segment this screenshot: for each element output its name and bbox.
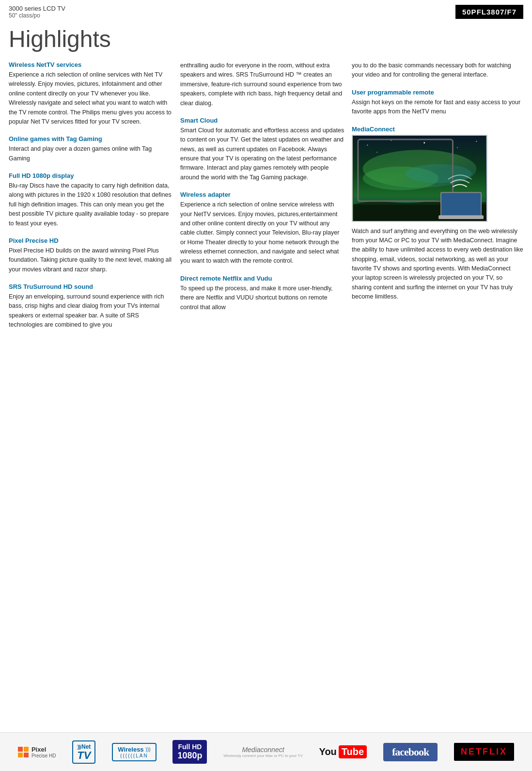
wireless-text-label: Wireless: [118, 746, 143, 753]
section-online-games: Online games with Tag Gaming Interact an…: [9, 135, 173, 163]
pixel-sq-1: [18, 747, 23, 752]
section-body-direct-remote: To speed up the process, and make it mor…: [180, 284, 345, 312]
section-srs: SRS TruSurround HD sound Enjoy an envelo…: [9, 283, 173, 330]
facebook-logo: facebook: [383, 743, 438, 761]
section-full-hd: Full HD 1080p display Blu-ray Discs have…: [9, 172, 173, 228]
section-title-online-games: Online games with Tag Gaming: [9, 135, 173, 142]
nettv-logo: )))) Net TV: [72, 740, 95, 764]
header-left: 3000 series LCD TV 50" class/po: [9, 5, 65, 19]
section-pixel-precise: Pixel Precise HD Pixel Precise HD builds…: [9, 237, 173, 274]
svg-point-6: [423, 142, 425, 143]
section-title-user-programmable: User programmable remote: [352, 89, 523, 96]
svg-rect-12: [441, 192, 481, 216]
column-2: enthralling audio for everyone in the ro…: [180, 61, 352, 339]
pixel-precise-hd-logo: Pixel Precise HD: [18, 746, 56, 758]
pixel-sq-3: [18, 753, 23, 757]
svg-point-9: [376, 152, 377, 153]
pixel-sq-2: [24, 747, 29, 752]
youtube-logo: You Tube: [319, 745, 367, 758]
column-3: you to do the basic commands necessary b…: [352, 61, 523, 339]
netflix-label: NETFLIX: [454, 743, 514, 761]
pixel-text-group: Pixel Precise HD: [31, 746, 56, 758]
series-size: 50" class/po: [9, 12, 65, 19]
section-title-srs: SRS TruSurround HD sound: [9, 283, 173, 290]
footer-logos: Pixel Precise HD )))) Net TV Wireless ))…: [0, 732, 532, 771]
pixel-squares-icon: [18, 747, 29, 757]
column-1: Wireless NetTV services Experience a ric…: [9, 61, 180, 339]
section-title-wireless-nettv: Wireless NetTV services: [9, 61, 173, 68]
tube-label: Tube: [339, 745, 367, 758]
series-title: 3000 series LCD TV: [9, 5, 65, 12]
pixel-logo-group: Pixel Precise HD: [18, 746, 56, 758]
pixel-sq-4: [24, 753, 29, 757]
section-body-online-games: Interact and play over a dozen games onl…: [9, 144, 173, 163]
section-body-mediaconnect: Watch and surf anything and everything o…: [352, 227, 523, 302]
section-body-user-programmable: Assign hot keys on the remote for fast a…: [352, 98, 523, 117]
pixel-label: Pixel: [31, 746, 56, 753]
section-user-programmable: User programmable remote Assign hot keys…: [352, 89, 523, 117]
precise-hd-label: Precise HD: [31, 753, 56, 758]
section-srs-continued: enthralling audio for everyone in the ro…: [180, 61, 345, 108]
page-header: 3000 series LCD TV 50" class/po 50PFL380…: [0, 0, 532, 21]
section-body-srs: Enjoy an enveloping, surround sound expe…: [9, 292, 173, 330]
section-title-pixel-precise: Pixel Precise HD: [9, 237, 173, 244]
mediaconnect-footer-logo: Mediaconnect Wirelessly connect your Mac…: [223, 746, 302, 758]
svg-rect-13: [438, 215, 484, 219]
section-title-full-hd: Full HD 1080p display: [9, 172, 173, 179]
mediaconnect-sub-label: Wirelessly connect your Mac or PC to you…: [223, 754, 302, 758]
wireless-bars-icon: )))): [77, 744, 80, 750]
section-body-full-hd: Blu-ray Discs have the capacity to carry…: [9, 181, 173, 228]
section-title-mediaconnect: MediaConnect: [352, 126, 523, 133]
section-title-smart-cloud: Smart Cloud: [180, 117, 345, 124]
tv-label: TV: [77, 750, 91, 761]
lan-label: ((((((LAN: [118, 753, 150, 758]
full-hd-logo: Full HD 1080p: [172, 740, 207, 764]
section-body-wireless-nettv: Experience a rich selection of online se…: [9, 70, 173, 126]
section-body-wireless-adapter: Experience a rich selection of online se…: [180, 200, 345, 266]
section-smart-cloud: Smart Cloud Smart Cloud for automatic an…: [180, 117, 345, 182]
wireless-lan-logo: Wireless ))) ((((((LAN: [112, 743, 156, 761]
section-title-direct-remote: Direct remote Netflix and Vudu: [180, 275, 345, 282]
section-wireless-nettv: Wireless NetTV services Experience a ric…: [9, 61, 173, 126]
section-body-col3-continued: you to do the basic commands necessary b…: [352, 61, 523, 80]
section-body-pixel-precise: Pixel Precise HD builds on the award win…: [9, 246, 173, 274]
you-label: You: [319, 746, 337, 757]
section-wireless-adapter: Wireless adapter Experience a rich selec…: [180, 191, 345, 266]
mediaconnect-image: [352, 135, 487, 222]
svg-point-4: [367, 144, 368, 145]
svg-point-7: [457, 147, 458, 148]
wireless-signal-icon: ))): [146, 747, 151, 752]
main-content: Wireless NetTV services Experience a ric…: [0, 61, 532, 339]
section-col3-continued: you to do the basic commands necessary b…: [352, 61, 523, 80]
page-title: Highlights: [0, 21, 532, 61]
svg-point-8: [476, 141, 477, 142]
model-number: 50PFL3807/F7: [455, 5, 523, 19]
netflix-logo: NETFLIX: [454, 743, 514, 761]
section-body-smart-cloud: Smart Cloud for automatic and effortless…: [180, 126, 345, 182]
full-hd-label: Full HD: [178, 743, 202, 751]
facebook-label: facebook: [383, 743, 438, 761]
section-direct-remote: Direct remote Netflix and Vudu To speed …: [180, 275, 345, 312]
mediaconnect-label: Mediaconnect: [242, 746, 284, 754]
section-title-wireless-adapter: Wireless adapter: [180, 191, 345, 198]
section-mediaconnect: MediaConnect: [352, 126, 523, 302]
fullhd-1080p-label: 1080p: [177, 751, 202, 761]
section-body-srs-continued: enthralling audio for everyone in the ro…: [180, 61, 345, 108]
